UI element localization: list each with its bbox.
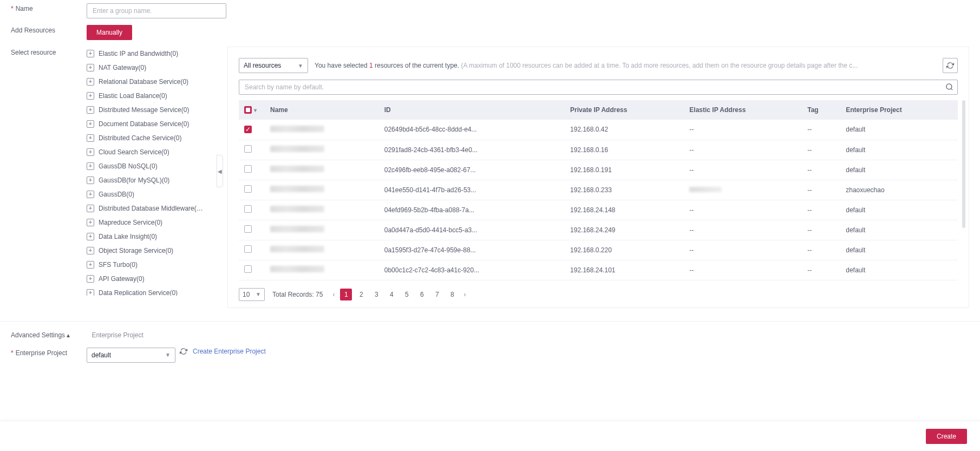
resource-name-redacted [270,126,324,132]
cell-id: 04efd969-5b2b-4fba-a088-7a... [379,200,565,220]
expand-icon[interactable]: + [87,177,94,184]
tree-item[interactable]: +Distributed Cache Service(0) [87,131,211,145]
tree-item[interactable]: +Data Replication Service(0) [87,286,211,296]
page-5[interactable]: 5 [401,289,413,300]
tree-item[interactable]: +Document Database Service(0) [87,117,211,131]
row-checkbox[interactable] [244,165,252,173]
col-elastic-ip: Elastic IP Address [684,100,802,120]
search-input[interactable] [239,80,958,95]
expand-icon[interactable]: + [87,205,94,212]
search-icon [945,83,953,91]
tree-item[interactable]: +Data Lake Insight(0) [87,230,211,244]
tree-label: GaussDB(0) [99,191,134,198]
expand-icon[interactable]: + [87,162,94,170]
cell-tag: -- [802,160,840,180]
expand-icon[interactable]: + [87,120,94,128]
row-checkbox[interactable] [244,145,252,153]
cell-private-ip: 192.168.0.16 [565,140,684,160]
cell-enterprise: default [840,160,958,180]
row-checkbox[interactable] [244,205,252,213]
tree-label: Document Database Service(0) [99,120,189,128]
chevron-left-icon: ◀ [218,168,222,174]
cell-enterprise: zhaoxuechao [840,180,958,200]
page-size-select[interactable]: 10 ▼ [239,288,265,301]
cell-id: 0291fad8-24cb-4361-bfb3-4e0... [379,140,565,160]
tree-item[interactable]: +Cloud Search Service(0) [87,145,211,159]
expand-icon[interactable]: + [87,191,94,198]
tree-label: Distributed Database Middleware(ne... [99,205,204,212]
table-row: ✓02649bd4-b5c6-48cc-8ddd-e4...192.168.0.… [239,120,958,140]
row-checkbox[interactable] [244,225,252,233]
row-checkbox[interactable] [244,245,252,253]
chevron-down-icon[interactable]: ▾ [254,107,257,113]
select-all-checkbox[interactable] [244,106,252,114]
expand-icon[interactable]: + [87,106,94,114]
add-resources-label: Add Resources [11,25,87,34]
expand-icon[interactable]: + [87,261,94,269]
row-checkbox[interactable] [244,265,252,273]
page-3[interactable]: 3 [370,289,382,300]
group-name-input[interactable] [87,3,226,18]
page-4[interactable]: 4 [386,289,397,300]
cell-elastic-ip: -- [684,220,802,240]
resource-type-value: All resources [244,62,281,69]
cell-private-ip: 192.168.24.148 [565,200,684,220]
tree-label: Object Storage Service(0) [99,247,173,254]
manually-button[interactable]: Manually [87,25,132,40]
tree-label: Distributed Message Service(0) [99,106,189,114]
tree-label: GaussDB NoSQL(0) [99,162,158,170]
create-ep-link[interactable]: Create Enterprise Project [193,348,266,355]
tree-label: Elastic IP and Bandwidth(0) [99,50,178,57]
page-6[interactable]: 6 [416,289,428,300]
page-8[interactable]: 8 [446,289,458,300]
resource-name-redacted [270,206,324,212]
cell-enterprise: default [840,240,958,260]
expand-icon[interactable]: + [87,247,94,254]
cell-private-ip: 192.168.0.191 [565,160,684,180]
tree-item[interactable]: +Elastic IP and Bandwidth(0) [87,47,211,61]
expand-icon[interactable]: + [87,134,94,142]
tree-item[interactable]: +Mapreduce Service(0) [87,215,211,230]
tree-item[interactable]: +GaussDB(for MySQL)(0) [87,173,211,187]
total-records: Total Records: 75 [272,291,323,298]
collapse-handle[interactable]: ◀ [217,155,223,187]
expand-icon[interactable]: + [87,233,94,240]
enterprise-project-select[interactable]: default ▼ [87,348,175,363]
tree-item[interactable]: +Distributed Message Service(0) [87,103,211,117]
refresh-icon [180,348,187,355]
tree-item[interactable]: +API Gateway(0) [87,272,211,286]
tree-item[interactable]: +GaussDB(0) [87,187,211,201]
table-row: 0b00c1c2-c7c2-4c83-a41c-920...192.168.24… [239,260,958,280]
row-checkbox[interactable]: ✓ [244,126,252,133]
tree-item[interactable]: +SFS Turbo(0) [87,258,211,272]
expand-icon[interactable]: + [87,289,94,296]
row-checkbox[interactable] [244,185,252,193]
table-row: 0291fad8-24cb-4361-bfb3-4e0...192.168.0.… [239,140,958,160]
refresh-ep-button[interactable] [180,348,187,355]
prev-page[interactable]: ‹ [330,291,337,298]
page-2[interactable]: 2 [355,289,367,300]
table-scrollbar[interactable] [962,100,965,228]
expand-icon[interactable]: + [87,275,94,283]
next-page[interactable]: › [461,291,468,298]
tree-item[interactable]: +Distributed Database Middleware(ne... [87,201,211,215]
tree-item[interactable]: +Elastic Load Balance(0) [87,89,211,103]
cell-private-ip: 192.168.0.220 [565,240,684,260]
tree-item[interactable]: +NAT Gateway(0) [87,61,211,75]
refresh-button[interactable] [943,58,958,73]
tree-item[interactable]: +Relational Database Service(0) [87,75,211,89]
expand-icon[interactable]: + [87,148,94,156]
select-resource-label: Select resource [11,47,87,56]
expand-icon[interactable]: + [87,219,94,226]
expand-icon[interactable]: + [87,78,94,86]
tree-item[interactable]: +Object Storage Service(0) [87,244,211,258]
tree-item[interactable]: +GaussDB NoSQL(0) [87,159,211,173]
expand-icon[interactable]: + [87,64,94,71]
advanced-settings-toggle[interactable]: Advanced Settings ▴ [11,331,70,339]
resource-type-select[interactable]: All resources ▼ [239,58,308,73]
expand-icon[interactable]: + [87,50,94,57]
expand-icon[interactable]: + [87,92,94,100]
cell-id: 041ee550-d141-4f7b-ad26-53... [379,180,565,200]
page-7[interactable]: 7 [431,289,443,300]
page-1[interactable]: 1 [340,289,352,300]
